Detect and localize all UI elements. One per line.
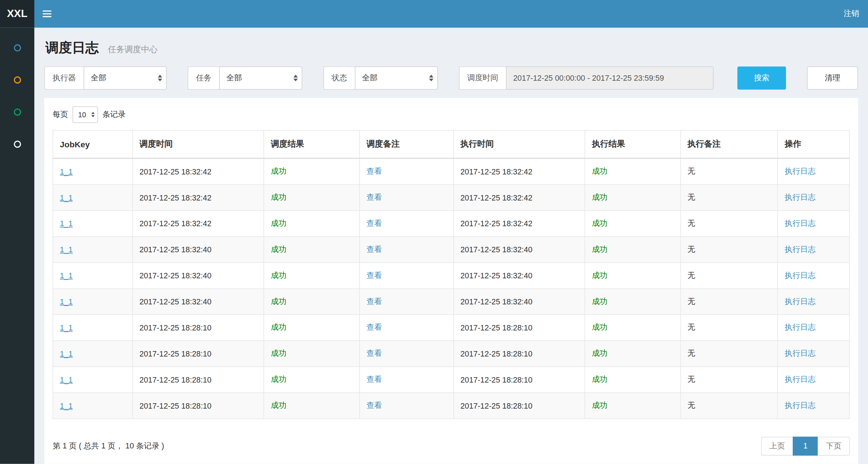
- column-header: 执行结果: [585, 130, 681, 158]
- execution-log-link[interactable]: 执行日志: [785, 401, 816, 409]
- prev-page-button[interactable]: 上页: [761, 437, 793, 456]
- trigger-result-status: 成功: [271, 297, 286, 305]
- jobkey-link[interactable]: 1_1: [60, 167, 73, 176]
- execution-log-link[interactable]: 执行日志: [785, 219, 816, 227]
- brand-logo[interactable]: XXL: [0, 0, 34, 28]
- app-root: XXL 注销 调度日志 任务调度中心: [0, 0, 868, 464]
- trigger-time-cell: 2017-12-25 18:32:40: [132, 289, 264, 315]
- jobkey-link[interactable]: 1_1: [60, 271, 73, 280]
- column-header: 调度时间: [132, 130, 264, 158]
- executor-select[interactable]: 全部: [84, 67, 167, 90]
- current-page-button[interactable]: 1: [793, 437, 818, 456]
- executor-filter-label: 执行器: [44, 67, 84, 90]
- execution-log-link[interactable]: 执行日志: [785, 323, 816, 332]
- sidebar-menu-item[interactable]: [0, 31, 34, 64]
- jobkey-link[interactable]: 1_1: [60, 323, 73, 332]
- circle-outline-icon: [13, 44, 21, 51]
- table-row: 1_1 2017-12-25 18:28:10 成功 查看 2017-12-25…: [53, 393, 850, 419]
- execution-log-link[interactable]: 执行日志: [785, 375, 816, 383]
- table-row: 1_1 2017-12-25 18:32:40 成功 查看 2017-12-25…: [53, 289, 850, 315]
- handle-result-status: 成功: [592, 323, 607, 332]
- job-select[interactable]: 全部: [219, 67, 302, 90]
- table-row: 1_1 2017-12-25 18:28:10 成功 查看 2017-12-25…: [53, 315, 850, 341]
- pagination-info: 第 1 页 ( 总共 1 页， 10 条记录 ): [52, 441, 164, 451]
- execution-log-link[interactable]: 执行日志: [785, 297, 816, 305]
- trigger-result-status: 成功: [271, 323, 286, 332]
- page-size-select[interactable]: 10: [72, 106, 98, 123]
- sidebar-menu-item[interactable]: [0, 96, 34, 128]
- trigger-time-range-input[interactable]: [506, 67, 714, 90]
- trigger-msg-link[interactable]: 查看: [366, 375, 382, 383]
- select-stepper-icon: [429, 75, 433, 81]
- trigger-result-status: 成功: [271, 193, 286, 201]
- trigger-time-cell: 2017-12-25 18:28:10: [132, 341, 264, 367]
- jobkey-link[interactable]: 1_1: [60, 219, 73, 228]
- handle-msg-cell: 无: [681, 315, 778, 341]
- handle-time-cell: 2017-12-25 18:28:10: [454, 393, 585, 419]
- status-filter-group: 状态 全部: [323, 67, 438, 90]
- trigger-time-cell: 2017-12-25 18:28:10: [132, 393, 264, 419]
- execution-log-link[interactable]: 执行日志: [785, 271, 816, 279]
- select-stepper-icon: [294, 75, 298, 81]
- handle-result-status: 成功: [592, 166, 607, 175]
- clear-button[interactable]: 清理: [807, 67, 858, 90]
- log-table: JobKey 调度时间 调度结果 调度备注 执行时间 执行结果 执行备注: [52, 130, 850, 419]
- search-button[interactable]: 搜索: [737, 67, 786, 90]
- handle-time-cell: 2017-12-25 18:32:42: [454, 185, 585, 211]
- trigger-msg-link[interactable]: 查看: [366, 323, 382, 332]
- jobkey-link[interactable]: 1_1: [60, 349, 73, 358]
- execution-log-link[interactable]: 执行日志: [785, 166, 816, 175]
- trigger-result-status: 成功: [271, 349, 286, 357]
- page-size-control: 每页 10 条记录: [52, 106, 850, 123]
- log-table-panel: 每页 10 条记录 JobKey: [44, 98, 858, 464]
- jobkey-link[interactable]: 1_1: [60, 297, 73, 306]
- status-select[interactable]: 全部: [355, 67, 438, 90]
- top-navbar: XXL 注销: [0, 0, 868, 28]
- jobkey-link[interactable]: 1_1: [60, 375, 73, 384]
- handle-msg-cell: 无: [681, 237, 778, 263]
- trigger-time-cell: 2017-12-25 18:32:40: [132, 237, 264, 263]
- trigger-result-status: 成功: [271, 219, 286, 227]
- pagination: 上页 1 下页: [761, 437, 850, 456]
- column-header: 执行备注: [681, 130, 778, 158]
- jobkey-link[interactable]: 1_1: [60, 193, 73, 202]
- trigger-msg-link[interactable]: 查看: [366, 166, 382, 175]
- sidebar-menu-item[interactable]: [0, 128, 34, 160]
- handle-msg-cell: 无: [681, 367, 778, 393]
- sidebar: [0, 28, 34, 464]
- trigger-time-cell: 2017-12-25 18:28:10: [132, 315, 264, 341]
- logout-link[interactable]: 注销: [835, 0, 868, 28]
- handle-result-status: 成功: [592, 271, 607, 279]
- handle-msg-cell: 无: [681, 185, 778, 211]
- sidebar-toggle-button[interactable]: [34, 0, 60, 28]
- hamburger-icon: [43, 10, 51, 17]
- trigger-time-cell: 2017-12-25 18:28:10: [132, 367, 264, 393]
- jobkey-link[interactable]: 1_1: [60, 401, 73, 410]
- trigger-msg-link[interactable]: 查看: [366, 271, 382, 279]
- jobkey-link[interactable]: 1_1: [60, 245, 73, 254]
- log-table-head: JobKey 调度时间 调度结果 调度备注 执行时间 执行结果 执行备注: [53, 130, 850, 158]
- page-header: 调度日志 任务调度中心: [45, 38, 857, 58]
- executor-filter-group: 执行器 全部: [44, 67, 167, 90]
- table-footer: 第 1 页 ( 总共 1 页， 10 条记录 ) 上页 1 下页: [52, 429, 850, 455]
- sidebar-menu-item[interactable]: [0, 64, 34, 96]
- column-header: 调度备注: [359, 130, 454, 158]
- circle-outline-icon: [13, 140, 21, 148]
- page-subtitle: 任务调度中心: [108, 44, 158, 54]
- handle-time-cell: 2017-12-25 18:28:10: [454, 367, 585, 393]
- trigger-msg-link[interactable]: 查看: [366, 349, 382, 357]
- trigger-msg-link[interactable]: 查看: [366, 297, 382, 305]
- handle-result-status: 成功: [592, 375, 607, 383]
- trigger-msg-link[interactable]: 查看: [366, 219, 382, 227]
- execution-log-link[interactable]: 执行日志: [785, 349, 816, 357]
- table-row: 1_1 2017-12-25 18:28:10 成功 查看 2017-12-25…: [53, 367, 850, 393]
- executor-select-value: 全部: [91, 73, 106, 83]
- execution-log-link[interactable]: 执行日志: [785, 193, 816, 201]
- trigger-msg-link[interactable]: 查看: [366, 193, 382, 201]
- next-page-button[interactable]: 下页: [818, 437, 850, 456]
- job-select-value: 全部: [226, 73, 242, 83]
- trigger-msg-link[interactable]: 查看: [366, 245, 382, 253]
- column-header: 执行时间: [454, 130, 585, 158]
- execution-log-link[interactable]: 执行日志: [785, 245, 816, 253]
- trigger-msg-link[interactable]: 查看: [366, 401, 382, 409]
